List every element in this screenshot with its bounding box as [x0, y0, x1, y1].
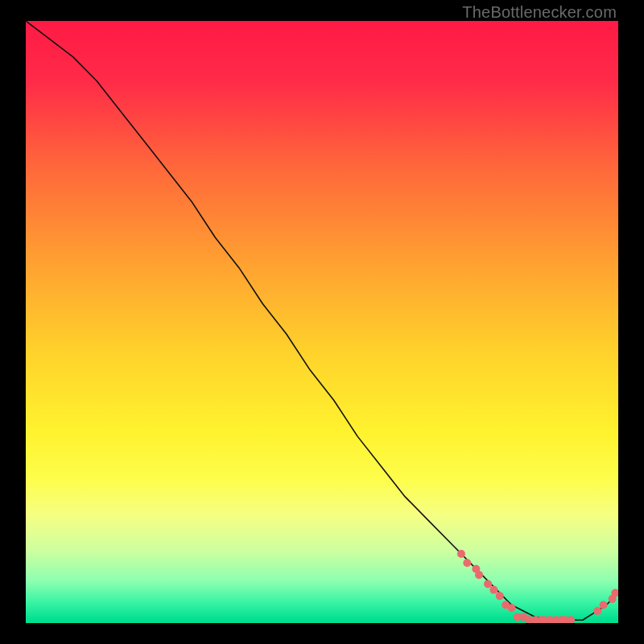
scatter-point [600, 601, 608, 609]
scatter-point [457, 550, 465, 558]
scatter-point [496, 592, 504, 600]
chart-stage: TheBottlenecker.com [0, 0, 644, 644]
scatter-point [463, 559, 471, 567]
scatter-point [475, 571, 483, 579]
scatter-point [508, 604, 516, 612]
watermark-text: TheBottlenecker.com [462, 3, 617, 22]
scatter-point [489, 586, 497, 594]
scatter-point [593, 607, 601, 615]
plot-background [26, 21, 618, 623]
scatter-point [484, 580, 492, 588]
chart-plot [26, 21, 618, 623]
